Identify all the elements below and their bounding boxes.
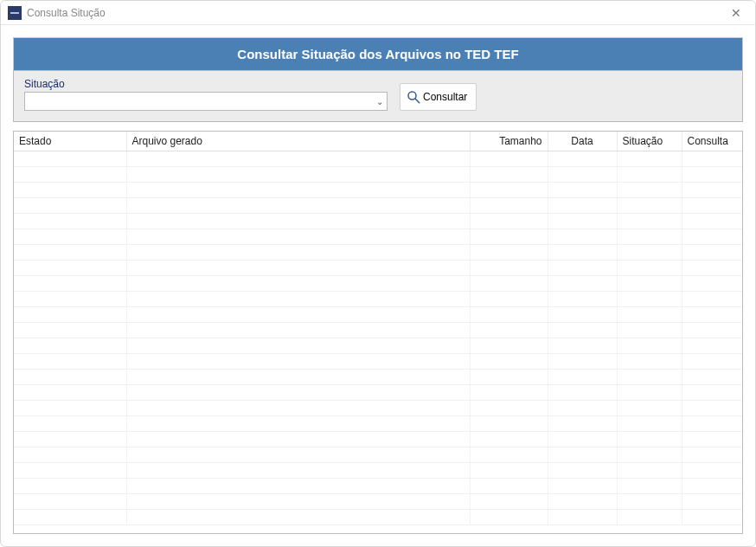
cell-data (548, 198, 617, 214)
cell-situacao (617, 401, 682, 416)
cell-situacao (617, 323, 682, 338)
cell-tamanho (470, 463, 548, 479)
cell-arquivo (126, 245, 470, 261)
cell-tamanho (470, 354, 548, 370)
cell-estado (14, 338, 126, 354)
cell-situacao (617, 214, 682, 229)
cell-consulta (682, 447, 742, 463)
cell-consulta (682, 401, 742, 416)
cell-data (548, 401, 617, 416)
cell-arquivo (126, 292, 470, 307)
table-row (14, 510, 742, 525)
cell-situacao (617, 494, 682, 510)
cell-arquivo (126, 401, 470, 416)
cell-arquivo (126, 214, 470, 229)
cell-data (548, 463, 617, 479)
table-row (14, 354, 742, 370)
cell-consulta (682, 307, 742, 323)
cell-consulta (682, 214, 742, 229)
cell-situacao (617, 510, 682, 525)
col-header-consulta[interactable]: Consulta (682, 132, 742, 151)
cell-estado (14, 245, 126, 261)
cell-consulta (682, 292, 742, 307)
table-row (14, 479, 742, 494)
cell-tamanho (470, 447, 548, 463)
banner-text: Consultar Situação dos Arquivos no TED T… (237, 47, 518, 61)
cell-tamanho (470, 416, 548, 432)
cell-estado (14, 214, 126, 229)
cell-consulta (682, 261, 742, 276)
cell-estado (14, 276, 126, 292)
table-row (14, 385, 742, 401)
cell-data (548, 432, 617, 447)
filter-panel: Situação ⌄ Consultar (13, 70, 743, 122)
table-row (14, 261, 742, 276)
consultar-button[interactable]: Consultar (400, 83, 477, 111)
cell-arquivo (126, 183, 470, 198)
cell-situacao (617, 479, 682, 494)
cell-consulta (682, 276, 742, 292)
results-grid: Estado Arquivo gerado Tamanho Data Situa… (13, 131, 743, 534)
col-header-estado[interactable]: Estado (14, 132, 126, 151)
col-header-data[interactable]: Data (548, 132, 617, 151)
cell-tamanho (470, 261, 548, 276)
cell-arquivo (126, 479, 470, 494)
cell-tamanho (470, 183, 548, 198)
cell-estado (14, 447, 126, 463)
cell-data (548, 214, 617, 229)
cell-consulta (682, 151, 742, 167)
cell-tamanho (470, 229, 548, 245)
cell-situacao (617, 229, 682, 245)
cell-data (548, 479, 617, 494)
col-header-tamanho[interactable]: Tamanho (470, 132, 548, 151)
cell-estado (14, 261, 126, 276)
cell-data (548, 307, 617, 323)
cell-estado (14, 167, 126, 183)
cell-estado (14, 385, 126, 401)
cell-situacao (617, 167, 682, 183)
close-button[interactable]: ✕ (724, 3, 748, 23)
table-row (14, 401, 742, 416)
cell-situacao (617, 245, 682, 261)
cell-consulta (682, 354, 742, 370)
cell-consulta (682, 416, 742, 432)
table-row (14, 463, 742, 479)
cell-situacao (617, 276, 682, 292)
table-row (14, 447, 742, 463)
close-icon: ✕ (731, 6, 741, 20)
cell-arquivo (126, 447, 470, 463)
cell-arquivo (126, 354, 470, 370)
cell-estado (14, 307, 126, 323)
cell-data (548, 229, 617, 245)
situacao-input[interactable] (25, 93, 387, 110)
cell-arquivo (126, 338, 470, 354)
situacao-label: Situação (24, 78, 388, 90)
cell-consulta (682, 494, 742, 510)
situacao-combo[interactable]: ⌄ (24, 92, 388, 111)
cell-arquivo (126, 432, 470, 447)
cell-consulta (682, 432, 742, 447)
cell-estado (14, 183, 126, 198)
cell-tamanho (470, 245, 548, 261)
cell-situacao (617, 292, 682, 307)
cell-data (548, 447, 617, 463)
cell-data (548, 323, 617, 338)
cell-tamanho (470, 167, 548, 183)
cell-situacao (617, 151, 682, 167)
cell-estado (14, 151, 126, 167)
cell-situacao (617, 261, 682, 276)
col-header-arquivo[interactable]: Arquivo gerado (126, 132, 470, 151)
cell-situacao (617, 385, 682, 401)
results-table: Estado Arquivo gerado Tamanho Data Situa… (14, 132, 742, 525)
cell-tamanho (470, 479, 548, 494)
cell-situacao (617, 370, 682, 385)
cell-data (548, 338, 617, 354)
cell-data (548, 370, 617, 385)
cell-tamanho (470, 385, 548, 401)
cell-consulta (682, 167, 742, 183)
search-icon (406, 89, 421, 105)
table-row (14, 323, 742, 338)
cell-estado (14, 416, 126, 432)
col-header-situacao[interactable]: Situação (617, 132, 682, 151)
cell-tamanho (470, 214, 548, 229)
